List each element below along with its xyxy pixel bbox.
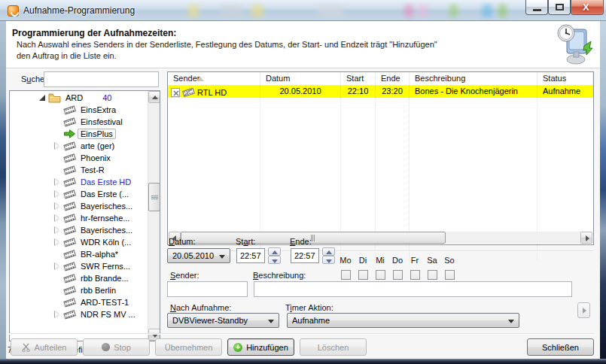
tree-item-br-alpha[interactable]: BR-alpha* bbox=[10, 248, 148, 260]
tree-item-bayerisches[interactable]: Bayerisches... bbox=[10, 224, 148, 236]
tree-item-label[interactable]: Das Erste (... bbox=[78, 189, 132, 199]
tree-item-das-erste-hd[interactable]: Das Erste HD bbox=[10, 176, 148, 188]
column-header-status[interactable]: Status bbox=[537, 72, 593, 85]
stepper-up-button[interactable] bbox=[322, 247, 335, 256]
tree-item-phoenix[interactable]: Phoenix bbox=[10, 152, 148, 164]
column-header-ende[interactable]: Ende bbox=[376, 72, 410, 85]
tree-item-swr-ferns[interactable]: SWR Ferns... bbox=[10, 260, 148, 272]
scroll-up-button[interactable] bbox=[148, 91, 160, 103]
tree-item-rbb-brande[interactable]: rbb Brande... bbox=[10, 272, 148, 284]
tree-item-label[interactable]: ARD-TEST-1 bbox=[78, 297, 132, 308]
weekday-checkbox-mi[interactable] bbox=[376, 270, 385, 280]
cell-ende[interactable]: 23:20 bbox=[376, 86, 410, 98]
table-horizontal-scrollbar[interactable] bbox=[169, 232, 592, 244]
cell-beschreibung[interactable]: Bones - Die Knochenjägerin bbox=[410, 86, 537, 98]
column-header-sender[interactable]: Sender bbox=[168, 72, 260, 85]
ende-time-stepper[interactable] bbox=[322, 247, 335, 264]
tree-expander-icon[interactable] bbox=[38, 93, 47, 103]
weekday-checkbox-mo[interactable] bbox=[341, 270, 351, 280]
tree-scrollbar-thumb[interactable] bbox=[148, 183, 160, 211]
tree-item-das-erste[interactable]: Das Erste (... bbox=[10, 188, 148, 200]
scroll-right-button[interactable] bbox=[580, 232, 592, 244]
schliessen-button[interactable]: Schließen bbox=[527, 338, 594, 356]
weekday-checkbox-so[interactable] bbox=[445, 270, 455, 280]
tree-item-einsextra[interactable]: EinsExtra bbox=[10, 104, 148, 116]
start-time-stepper[interactable] bbox=[268, 247, 281, 264]
table-header[interactable]: Sender Datum Start Ende Beschreibung Sta… bbox=[168, 72, 593, 86]
tree-item-label[interactable]: rbb Berlin bbox=[78, 285, 119, 296]
tree-item-bayerisches[interactable]: Bayerisches... bbox=[10, 200, 148, 212]
beschreibung-input[interactable] bbox=[254, 281, 572, 297]
loeschen-button[interactable]: Löschen bbox=[300, 338, 367, 356]
tree-item-label[interactable]: Bayerisches... bbox=[78, 201, 136, 211]
tree-item-label[interactable]: WDR Köln (... bbox=[78, 237, 134, 247]
tree-expander-icon[interactable] bbox=[53, 177, 62, 187]
tree-item-test-r[interactable]: Test-R bbox=[10, 164, 148, 176]
tree-item-label[interactable]: arte (ger) bbox=[78, 141, 117, 151]
weekday-checkbox-sa[interactable] bbox=[428, 270, 437, 280]
ende-time-input[interactable] bbox=[291, 248, 319, 263]
titlebar[interactable]: Aufnahme-Programmierung bbox=[0, 0, 606, 21]
tree-item-label[interactable]: Bayerisches... bbox=[78, 225, 136, 235]
uebernehmen-button[interactable]: Übernehmen bbox=[155, 338, 222, 356]
start-time-input[interactable] bbox=[236, 248, 265, 263]
sender-input[interactable] bbox=[167, 281, 248, 297]
stepper-down-button[interactable] bbox=[322, 256, 335, 264]
tree-item-wdr-k-ln[interactable]: WDR Köln (... bbox=[10, 236, 148, 248]
tree-item-label[interactable]: NDR FS MV ... bbox=[78, 309, 139, 320]
tree-expander-icon[interactable] bbox=[53, 214, 62, 223]
cell-status[interactable]: Aufnahme bbox=[537, 86, 593, 98]
tree-item-label[interactable]: SWR Ferns... bbox=[78, 261, 133, 271]
tree-expander-icon[interactable] bbox=[53, 190, 62, 199]
hscrollbar-thumb[interactable] bbox=[181, 232, 446, 244]
cell-sender[interactable]: RTL HD bbox=[168, 86, 260, 98]
stepper-up-button[interactable] bbox=[268, 247, 281, 256]
tree-expander-icon[interactable] bbox=[53, 226, 62, 235]
timer-aktion-dropdown[interactable]: Aufnahme bbox=[287, 313, 519, 328]
nach-aufnahme-dropdown[interactable]: DVBViewer-Standby bbox=[167, 313, 279, 328]
search-input[interactable] bbox=[44, 71, 159, 87]
tree-item-ard[interactable]: ARD40 bbox=[10, 92, 148, 104]
minimize-button[interactable] bbox=[525, 0, 548, 15]
tree-item-arte-ger[interactable]: arte (ger) bbox=[10, 140, 148, 152]
tree-item-label[interactable]: hr-fernsehe... bbox=[78, 213, 132, 223]
tree-expander-icon[interactable] bbox=[53, 262, 62, 271]
weekday-checkbox-di[interactable] bbox=[358, 270, 368, 280]
stop-button[interactable]: Stop bbox=[83, 338, 150, 356]
timer-checkbox[interactable] bbox=[171, 88, 180, 97]
table-row[interactable]: RTL HD 20.05.2010 22:10 23:20 Bones - Di… bbox=[168, 86, 593, 98]
tree-item-einsfestival[interactable]: Einsfestival bbox=[10, 116, 148, 128]
tree-item-label[interactable]: BR-alpha* bbox=[78, 249, 121, 259]
stepper-down-button[interactable] bbox=[268, 256, 281, 264]
datum-dropdown[interactable]: 20.05.2010 bbox=[167, 248, 230, 263]
hinzufuegen-button[interactable]: + Hinzufügen bbox=[227, 338, 294, 356]
tree-item-label[interactable]: Phoenix bbox=[78, 153, 114, 163]
tree-item-hr-fernsehe[interactable]: hr-fernsehe... bbox=[10, 212, 148, 224]
tree-item-label[interactable]: Test-R bbox=[78, 165, 108, 175]
tree-item-rbb-berlin[interactable]: rbb Berlin bbox=[10, 284, 148, 296]
tree-item-ard-test-1[interactable]: ARD-TEST-1 bbox=[10, 296, 148, 308]
tree-item-ndr-fs-mv[interactable]: NDR FS MV ... bbox=[10, 308, 148, 320]
tree-item-label[interactable]: rbb Brande... bbox=[78, 273, 132, 284]
maximize-button[interactable] bbox=[548, 0, 571, 15]
tree-expander-icon[interactable] bbox=[53, 310, 62, 320]
tree-expander-icon[interactable] bbox=[53, 141, 62, 151]
aufteilen-button[interactable]: Aufteilen bbox=[11, 338, 78, 356]
beschreibung-expand-button[interactable] bbox=[577, 302, 590, 318]
tree-item-label[interactable]: Das Erste HD bbox=[78, 177, 134, 187]
tree-item-label[interactable]: Einsfestival bbox=[78, 117, 126, 127]
cell-datum[interactable]: 20.05.2010 bbox=[260, 86, 341, 98]
tree-expander-icon[interactable] bbox=[53, 202, 62, 211]
weekday-checkbox-do[interactable] bbox=[393, 270, 403, 280]
tree-expander-icon[interactable] bbox=[53, 238, 62, 247]
tree-item-label[interactable]: ARD bbox=[62, 93, 86, 103]
tree-scrollbar[interactable] bbox=[148, 91, 160, 341]
tree-item-label[interactable]: EinsExtra bbox=[78, 105, 119, 115]
tree-item-label[interactable]: EinsPlus bbox=[78, 129, 116, 139]
cell-start[interactable]: 22:10 bbox=[341, 86, 376, 98]
tree-item-einsplus[interactable]: EinsPlus bbox=[10, 128, 148, 140]
weekday-checkbox-fr[interactable] bbox=[410, 270, 420, 280]
column-header-datum[interactable]: Datum bbox=[260, 72, 341, 85]
column-header-start[interactable]: Start bbox=[341, 72, 376, 85]
close-button[interactable]: X bbox=[571, 0, 604, 15]
